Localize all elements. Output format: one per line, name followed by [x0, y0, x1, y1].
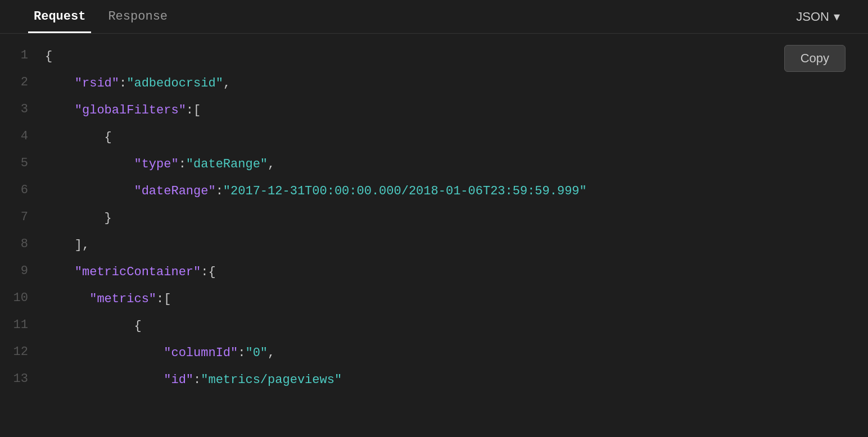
token-string-value: "dateRange"	[186, 157, 268, 171]
line-content: "type":"dateRange",	[45, 155, 868, 174]
line-content: "globalFilters":[	[45, 101, 868, 120]
token-key: "rsid"	[45, 76, 119, 90]
code-line: 12 "columnId":"0",	[0, 342, 868, 368]
line-content: {	[45, 47, 868, 66]
line-content: {	[45, 317, 868, 335]
line-number: 12	[0, 344, 45, 359]
line-number: 3	[0, 101, 45, 116]
token-punctuation: :	[119, 76, 126, 90]
token-key: "dateRange"	[45, 184, 216, 198]
token-key: "metrics"	[45, 292, 156, 306]
token-key: "id"	[45, 373, 193, 387]
line-number: 6	[0, 182, 45, 197]
line-number: 11	[0, 317, 45, 332]
line-content: }	[45, 209, 868, 227]
line-content: "metrics":[	[45, 290, 868, 308]
tab-request[interactable]: Request	[28, 0, 91, 33]
token-punctuation: :{	[201, 265, 215, 279]
token-punctuation: }	[45, 211, 112, 225]
code-line: 10 "metrics":[	[0, 288, 868, 315]
code-line: 8 ],	[0, 234, 868, 261]
code-line: 4 {	[0, 126, 868, 153]
chevron-down-icon: ▾	[834, 10, 840, 24]
token-punctuation: :	[193, 373, 201, 387]
line-content: "dateRange":"2017-12-31T00:00:00.000/201…	[45, 182, 868, 201]
line-content: "id":"metrics/pageviews"	[45, 371, 868, 389]
tab-response[interactable]: Response	[102, 0, 173, 33]
token-key: "globalFilters"	[45, 103, 186, 117]
code-line: 1{	[0, 45, 868, 72]
line-content: "metricContainer":{	[45, 263, 868, 281]
token-string-value: "metrics/pageviews"	[201, 373, 342, 387]
format-label: JSON	[796, 10, 829, 24]
code-line: 11 {	[0, 315, 868, 342]
token-key: "columnId"	[45, 346, 238, 360]
line-content: ],	[45, 236, 868, 254]
copy-button[interactable]: Copy	[784, 45, 846, 72]
token-string-value: "0"	[245, 346, 268, 360]
code-line: 3 "globalFilters":[	[0, 99, 868, 126]
line-content: "rsid":"adbedocrsid",	[45, 74, 868, 93]
line-number: 13	[0, 371, 45, 386]
code-line: 6 "dateRange":"2017-12-31T00:00:00.000/2…	[0, 180, 868, 207]
panel: Request Response JSON ▾ Copy 1{2 "rsid":…	[0, 0, 868, 437]
code-area: Copy 1{2 "rsid":"adbedocrsid",3 "globalF…	[0, 34, 868, 437]
token-key: "type"	[45, 157, 179, 171]
token-punctuation: ,	[268, 346, 275, 360]
token-key: "metricContainer"	[45, 265, 201, 279]
code-line: 2 "rsid":"adbedocrsid",	[0, 72, 868, 99]
code-line: 5 "type":"dateRange",	[0, 153, 868, 180]
token-string-value: "2017-12-31T00:00:00.000/2018-01-06T23:5…	[223, 184, 587, 198]
code-line: 13 "id":"metrics/pageviews"	[0, 368, 868, 395]
line-number: 8	[0, 236, 45, 251]
code-lines-container: 1{2 "rsid":"adbedocrsid",3 "globalFilter…	[0, 45, 868, 395]
line-number: 2	[0, 74, 45, 89]
token-punctuation: {	[45, 130, 112, 144]
token-punctuation: :	[216, 184, 223, 198]
token-punctuation: :	[179, 157, 186, 171]
tabs-header: Request Response JSON ▾	[0, 0, 868, 34]
line-number: 10	[0, 290, 45, 305]
line-number: 1	[0, 47, 45, 62]
line-number: 5	[0, 155, 45, 170]
token-punctuation: :[	[186, 103, 201, 117]
token-punctuation: :[	[156, 292, 171, 306]
token-punctuation: ,	[268, 157, 275, 171]
line-content: {	[45, 128, 868, 147]
code-line: 7 }	[0, 207, 868, 234]
line-number: 4	[0, 128, 45, 143]
token-punctuation: ],	[45, 238, 89, 252]
code-line: 9 "metricContainer":{	[0, 261, 868, 288]
token-punctuation: ,	[223, 76, 230, 90]
token-punctuation: {	[45, 49, 52, 63]
format-selector[interactable]: JSON ▾	[796, 10, 840, 24]
token-punctuation: :	[238, 346, 245, 360]
token-punctuation: {	[45, 319, 142, 333]
token-string-value: "adbedocrsid"	[126, 76, 223, 90]
line-number: 7	[0, 209, 45, 224]
line-content: "columnId":"0",	[45, 344, 868, 362]
line-number: 9	[0, 263, 45, 278]
